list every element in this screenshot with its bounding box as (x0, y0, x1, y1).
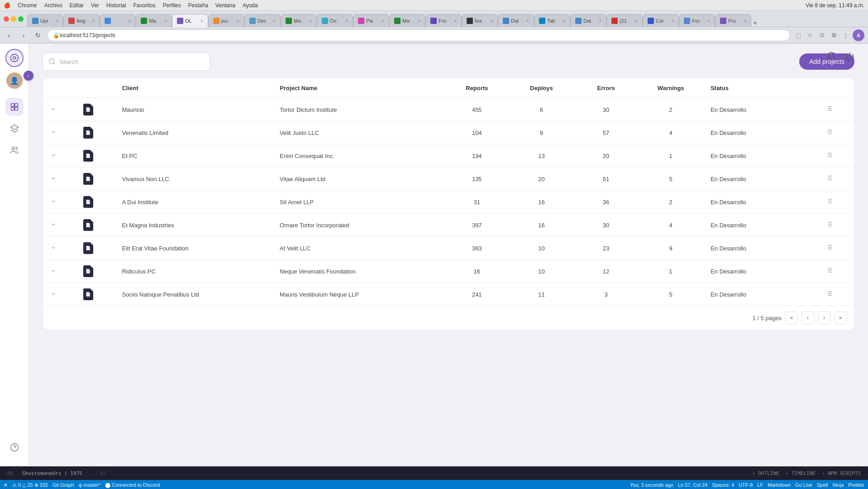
status-git-graph[interactable]: Git Graph (52, 482, 74, 488)
expand-icon[interactable] (50, 153, 57, 160)
file-icon[interactable]: 📄 (83, 173, 93, 185)
expand-icon[interactable] (50, 130, 57, 137)
timeline-panel[interactable]: › TIMELINE (786, 470, 816, 476)
tab-dat2[interactable]: Dat× (570, 14, 606, 27)
status-position[interactable]: Ln 57, Col 24 (678, 482, 707, 488)
status-encoding[interactable]: UTF-8 (739, 482, 753, 488)
status-prettier[interactable]: Prettier (849, 482, 864, 488)
more-icon[interactable]: ⋮ (841, 31, 850, 40)
file-icon[interactable]: 📄 (83, 288, 93, 300)
row-actions-icon[interactable] (825, 106, 833, 114)
expand-icon[interactable] (50, 107, 57, 114)
window-maximize[interactable] (18, 16, 24, 22)
page-first-button[interactable]: « (785, 312, 798, 324)
row-actions-icon[interactable] (825, 129, 833, 137)
page-prev-button[interactable]: ‹ (801, 312, 814, 324)
tab-fea[interactable]: fea× (462, 14, 498, 27)
tab-tab[interactable]: Tab× (534, 14, 570, 27)
tab-ang[interactable]: Ang× (63, 14, 100, 27)
apple-menu[interactable]: 🍎 (4, 2, 10, 9)
row-actions-icon[interactable] (825, 291, 833, 298)
file-icon[interactable]: 📄 (83, 219, 93, 231)
status-discord[interactable]: ⬤ Connected to Discord (105, 482, 160, 488)
tab-ma3[interactable]: Ma:× (389, 14, 425, 27)
row-actions-icon[interactable] (825, 268, 833, 275)
file-icon[interactable]: 📄 (83, 196, 93, 208)
user-avatar[interactable]: A (853, 29, 864, 41)
sidebar-logo[interactable] (5, 49, 24, 67)
tab-ov[interactable]: Ov:× (317, 14, 353, 27)
status-lang[interactable]: Markdown (768, 482, 791, 488)
tab-dec[interactable]: Dec× (244, 14, 281, 27)
reload-button[interactable]: ↻ (33, 30, 43, 41)
status-close-icon[interactable]: ✕ (4, 482, 8, 488)
file-icon[interactable]: 📄 (83, 265, 93, 277)
menu-ver[interactable]: Ver (91, 2, 99, 9)
bookmark-icon[interactable]: ☆ (806, 31, 815, 40)
outline-panel[interactable]: › OUTLINE (752, 470, 779, 476)
window-minimize[interactable] (11, 16, 16, 22)
status-spell[interactable]: Spell (817, 482, 828, 488)
menu-ayuda[interactable]: Ayuda (243, 2, 258, 9)
expand-icon[interactable] (50, 292, 57, 298)
menu-favoritos[interactable]: Favoritos (133, 2, 155, 9)
file-icon[interactable]: 📄 (83, 127, 93, 139)
tab-for[interactable]: For:× (679, 14, 715, 27)
row-actions-icon[interactable] (825, 175, 833, 183)
page-next-button[interactable]: › (818, 312, 830, 324)
status-eol[interactable]: LF (757, 482, 763, 488)
menu-ventana[interactable]: Ventana (215, 2, 235, 9)
expand-icon[interactable] (50, 177, 57, 183)
tab-ma2[interactable]: Ma:× (281, 14, 317, 27)
expand-icon[interactable] (50, 200, 57, 206)
page-last-button[interactable]: » (834, 312, 847, 324)
sidebar-item-dashboard[interactable] (5, 98, 24, 116)
sidebar-toggle[interactable]: › (24, 71, 33, 81)
file-icon[interactable]: 📄 (83, 242, 93, 254)
window-close[interactable] (4, 16, 9, 22)
sidebar-avatar[interactable]: 👤 (6, 72, 23, 89)
address-bar[interactable]: 🔒 localhost:5173/projects (47, 29, 790, 41)
tab-json[interactable]: jso:× (208, 14, 244, 27)
menu-perfiles[interactable]: Perfiles (163, 2, 181, 9)
expand-icon[interactable] (50, 246, 57, 252)
menu-chrome[interactable]: Chrome (18, 2, 37, 9)
tab-pie[interactable]: Pie× (353, 14, 389, 27)
row-actions-icon[interactable] (825, 244, 833, 252)
tab-21[interactable]: (21× (606, 14, 643, 27)
sidebar-item-layers[interactable] (5, 120, 24, 138)
status-branch[interactable]: ψ master* (79, 482, 101, 488)
expand-icon[interactable] (50, 223, 57, 229)
profile-icon[interactable]: ⊙ (817, 31, 826, 40)
sidebar-item-users[interactable] (5, 141, 24, 159)
search-box[interactable]: Search (43, 53, 210, 71)
menu-editar[interactable]: Editar (70, 2, 84, 9)
file-icon[interactable]: 📄 (83, 104, 93, 115)
row-actions-icon[interactable] (825, 198, 833, 206)
notification-button[interactable] (824, 49, 838, 63)
new-tab-button[interactable]: + (753, 19, 757, 27)
tab-upr[interactable]: Upr× (27, 14, 63, 27)
status-golive[interactable]: Go Live (795, 482, 812, 488)
sidebar-item-help[interactable] (5, 438, 24, 456)
menu-archivo[interactable]: Archivo (44, 2, 62, 9)
tab-chrome[interactable]: × (100, 14, 136, 27)
menu-historial[interactable]: Historial (106, 2, 126, 9)
row-actions-icon[interactable] (825, 152, 833, 160)
back-button[interactable]: ‹ (4, 30, 14, 41)
tab-cor[interactable]: Cor× (643, 14, 679, 27)
forward-button[interactable]: › (18, 30, 29, 41)
tab-ol[interactable]: OL× (172, 14, 208, 27)
menu-pestana[interactable]: Pestaña (188, 2, 208, 9)
cast-icon[interactable]: ⬚ (794, 31, 803, 40)
expand-icon[interactable] (50, 269, 57, 275)
row-actions-icon[interactable] (825, 221, 833, 229)
status-spaces[interactable]: Spaces: 4 (712, 482, 734, 488)
npm-panel[interactable]: › NPM SCRIPTS (822, 470, 861, 476)
tab-fro[interactable]: Fro:× (425, 14, 462, 27)
tab-dat[interactable]: Dat× (498, 14, 534, 27)
status-ninja[interactable]: Ninja (832, 482, 844, 488)
extensions-icon[interactable]: ⧉ (829, 31, 838, 40)
file-icon[interactable]: 📄 (83, 150, 93, 162)
status-errors[interactable]: ⚠ 0 △ 25 ⊗ 102 (12, 482, 48, 488)
